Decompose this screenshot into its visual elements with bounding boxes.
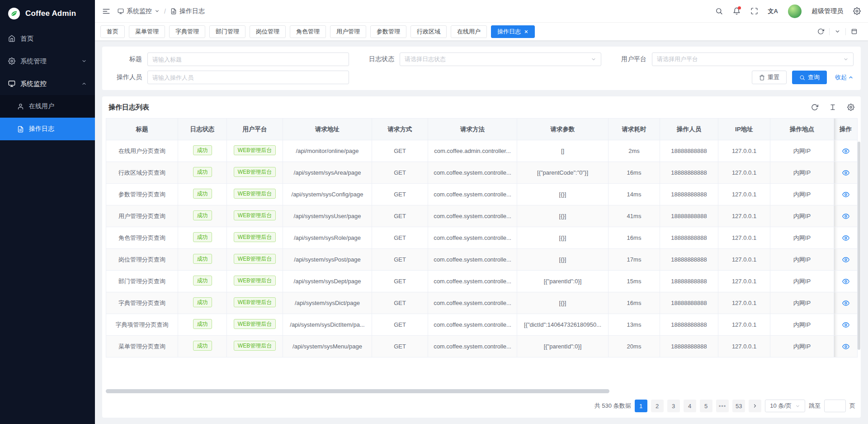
tab[interactable]: 首页	[100, 25, 125, 38]
cell-request-method: GET	[372, 314, 428, 336]
next-page-button[interactable]	[749, 400, 761, 412]
refresh-table-icon[interactable]	[811, 104, 818, 111]
cell-request-params: [{}]	[517, 227, 609, 249]
table-header-row: 标题日志状态用户平台请求地址请求方式请求方法请求参数请求耗时操作人员IP地址操作…	[106, 119, 858, 140]
cell-request-method: GET	[372, 184, 428, 205]
avatar[interactable]	[788, 5, 802, 18]
tab[interactable]: 角色管理	[290, 25, 326, 38]
column-settings-gear-icon[interactable]	[847, 104, 854, 111]
view-log-detail-icon[interactable]	[842, 256, 849, 263]
tab[interactable]: 菜单管理	[129, 25, 165, 38]
refresh-page-icon[interactable]	[812, 25, 829, 38]
tab[interactable]: 部门管理	[209, 25, 245, 38]
chevron-down-icon	[81, 58, 87, 64]
user-platform-select[interactable]: 请选择用户平台	[652, 52, 854, 66]
breadcrumb-item-system-monitor[interactable]: 系统监控	[118, 7, 160, 15]
reset-button[interactable]: 重置	[752, 71, 787, 84]
tab[interactable]: 参数管理	[370, 25, 406, 38]
sidebar-item-online-users[interactable]: 在线用户	[0, 95, 95, 118]
page-button[interactable]: 2	[651, 400, 664, 412]
sidebar-item-operation-log[interactable]: 操作日志	[0, 118, 95, 140]
page-content: 标题 日志状态 请选择日志状态 用户平台	[95, 40, 868, 424]
cell-location: 内网IP	[770, 227, 834, 249]
status-badge: 成功	[193, 210, 212, 220]
horizontal-scrollbar[interactable]	[106, 389, 609, 393]
tab[interactable]: 字典管理	[169, 25, 205, 38]
view-log-detail-icon[interactable]	[842, 191, 849, 198]
collapse-sidebar-icon[interactable]	[102, 7, 110, 15]
cell-platform: WEB管理后台	[227, 205, 283, 227]
tab[interactable]: 用户管理	[330, 25, 366, 38]
view-log-detail-icon[interactable]	[842, 148, 849, 155]
page-button[interactable]: 4	[684, 400, 696, 412]
tab-close-icon[interactable]	[524, 29, 528, 34]
view-log-detail-icon[interactable]	[842, 343, 849, 350]
gear-icon	[8, 57, 15, 65]
cell-status: 成功	[178, 140, 227, 162]
query-button[interactable]: 查询	[792, 71, 827, 84]
jump-page-input[interactable]	[824, 400, 846, 412]
page-more-button[interactable]: •••	[716, 400, 729, 412]
sidebar-item-home[interactable]: 首页	[0, 27, 95, 50]
cell-request-url: /api/system/sysConfig/page	[283, 184, 372, 205]
sidebar-item-system-monitor[interactable]: 系统监控	[0, 72, 95, 95]
page-button[interactable]: 1	[635, 400, 647, 412]
view-log-detail-icon[interactable]	[842, 300, 849, 307]
fullscreen-icon[interactable]	[750, 7, 758, 15]
app-logo[interactable]: Coffee Admin	[0, 0, 95, 27]
cell-request-method: GET	[372, 249, 428, 271]
title-input[interactable]	[152, 56, 344, 63]
column-header: 操作地点	[770, 119, 834, 140]
tab-actions-dropdown-icon[interactable]	[830, 25, 845, 38]
cell-request-url: /api/system/sysPost/page	[283, 249, 372, 271]
cell-request-function: com.coffee.admin.controller...	[428, 140, 517, 162]
translate-icon[interactable]: 文A	[768, 7, 778, 15]
view-log-detail-icon[interactable]	[842, 321, 849, 329]
breadcrumb: 系统监控 / 操作日志	[118, 7, 205, 15]
breadcrumb-item-operation-log[interactable]: 操作日志	[170, 7, 205, 15]
view-log-detail-icon[interactable]	[842, 169, 849, 176]
view-log-detail-icon[interactable]	[842, 278, 849, 285]
operator-input[interactable]	[152, 74, 344, 81]
cell-request-method: GET	[372, 336, 428, 357]
tab-label: 操作日志	[497, 28, 521, 36]
cell-title: 菜单管理分页查询	[106, 336, 178, 357]
tab-label: 首页	[107, 28, 118, 36]
row-density-icon[interactable]	[829, 104, 836, 111]
cell-operator: 18888888888	[660, 162, 718, 184]
log-status-select[interactable]: 请选择日志状态	[400, 52, 601, 66]
tab[interactable]: 在线用户	[451, 25, 487, 38]
sidebar-item-system-management[interactable]: 系统管理	[0, 50, 95, 72]
cell-actions	[834, 140, 858, 162]
tab[interactable]: 操作日志	[491, 25, 535, 38]
cell-operator: 18888888888	[660, 140, 718, 162]
cell-request-function: com.coffee.system.controlle...	[428, 314, 517, 336]
view-log-detail-icon[interactable]	[842, 213, 849, 220]
tab[interactable]: 岗位管理	[250, 25, 286, 38]
chevron-down-icon	[795, 404, 800, 409]
cell-request-params: [{}]	[517, 184, 609, 205]
cell-actions	[834, 184, 858, 205]
cell-status: 成功	[178, 271, 227, 292]
total-count-text: 共 530 条数据	[594, 402, 631, 410]
table-row: 参数管理分页查询 成功 WEB管理后台 /api/system/sysConfi…	[106, 184, 858, 205]
page-size-select[interactable]: 10 条/页	[765, 400, 805, 412]
tab[interactable]: 行政区域	[410, 25, 447, 38]
cell-request-function: com.coffee.system.controlle...	[428, 336, 517, 357]
vertical-scrollbar[interactable]	[858, 142, 860, 350]
cell-title: 角色管理分页查询	[106, 227, 178, 249]
search-icon[interactable]	[715, 7, 723, 15]
collapse-filters-link[interactable]: 收起	[835, 73, 854, 81]
file-text-icon	[17, 126, 24, 133]
cell-operator: 18888888888	[660, 336, 718, 357]
settings-gear-icon[interactable]	[853, 7, 861, 15]
cell-ip: 127.0.0.1	[718, 249, 770, 271]
view-log-detail-icon[interactable]	[842, 234, 849, 242]
page-button[interactable]: 3	[667, 400, 680, 412]
page-button[interactable]: 53	[732, 400, 745, 412]
current-user-name[interactable]: 超级管理员	[811, 7, 843, 15]
content-fullscreen-icon[interactable]	[846, 25, 863, 38]
page-button[interactable]: 5	[700, 400, 712, 412]
notifications-bell-icon[interactable]	[733, 7, 741, 15]
cell-platform: WEB管理后台	[227, 292, 283, 314]
